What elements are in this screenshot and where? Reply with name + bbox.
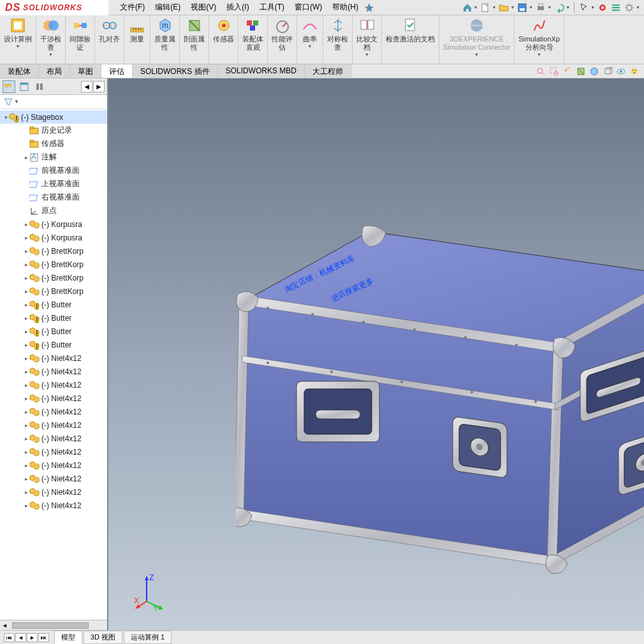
3dexp-drop[interactable]: ▼ xyxy=(474,52,479,57)
new-drop[interactable]: ▼ xyxy=(492,5,496,10)
cmdtab-装配体[interactable]: 装配体 xyxy=(0,64,39,78)
ribbon-clearance-verify[interactable]: 间隙验证 xyxy=(66,15,95,64)
caret-icon[interactable]: ▾ xyxy=(3,114,9,121)
caret-icon[interactable]: ▸ xyxy=(23,235,29,241)
caret-icon[interactable]: ▸ xyxy=(23,382,29,388)
tree-item[interactable]: ▸(-) BrettKorp xyxy=(0,271,107,284)
caret-icon[interactable]: ▸ xyxy=(23,449,29,455)
tree-item[interactable]: ▸!(-) Butter xyxy=(0,298,107,311)
caret-icon[interactable]: ▸ xyxy=(23,275,29,281)
ribbon-interference-check[interactable]: 干涉检查▼ xyxy=(36,15,66,64)
fm-filter-bar[interactable]: ▼ xyxy=(0,95,107,109)
tree-item[interactable]: ▸(-) Niet4x12 xyxy=(0,378,107,392)
cmdtab-大工程师[interactable]: 大工程师 xyxy=(305,64,351,78)
menu-view[interactable]: 视图(V) xyxy=(186,0,221,15)
ribbon-perf-eval[interactable]: 性能评估 xyxy=(268,15,297,64)
caret-icon[interactable]: ▸ xyxy=(23,462,29,469)
display-style-icon[interactable] xyxy=(602,66,613,77)
tree-item[interactable]: ▸A注解 xyxy=(0,150,107,164)
tree-item[interactable]: ▸(-) Niet4x12 xyxy=(0,432,107,445)
interference-check-drop[interactable]: ▼ xyxy=(48,52,53,57)
settings-icon[interactable] xyxy=(624,2,635,13)
ribbon-section-props[interactable]: 剖面属性 xyxy=(180,15,209,64)
tree-item[interactable]: ▸(-) Korpusra xyxy=(0,217,107,231)
select-icon[interactable] xyxy=(578,2,590,13)
prev-view-icon[interactable] xyxy=(562,66,573,77)
rebuild-icon[interactable] xyxy=(597,2,608,13)
view-orient-icon[interactable] xyxy=(589,66,600,77)
ribbon-measure[interactable]: 测量 xyxy=(124,15,150,64)
filter-drop-icon[interactable]: ▼ xyxy=(14,99,19,105)
caret-icon[interactable]: ▸ xyxy=(23,154,29,161)
tree-item[interactable]: ▸(-) Niet4x12 xyxy=(0,351,107,365)
menu-help[interactable]: 帮助(H) xyxy=(327,0,363,15)
fm-tab-tree[interactable] xyxy=(3,80,15,93)
tree-item[interactable]: ▸(-) BrettKorp xyxy=(0,284,107,298)
caret-icon[interactable]: ▸ xyxy=(23,422,29,428)
tree-item[interactable]: ▸(-) BrettKorp xyxy=(0,244,107,258)
undo-icon[interactable] xyxy=(553,2,565,13)
tree-item[interactable]: ▸(-) Niet4x12 xyxy=(0,485,107,499)
caret-icon[interactable]: ▸ xyxy=(23,221,29,228)
caret-icon[interactable]: ▸ xyxy=(23,489,29,495)
nav-prev[interactable]: ◄ xyxy=(15,633,26,642)
tree-item[interactable]: 传感器 xyxy=(0,137,107,150)
ribbon-sym-check[interactable]: 对称检查 xyxy=(323,15,353,64)
open-icon[interactable] xyxy=(498,2,509,13)
curvature-drop[interactable]: ▼ xyxy=(308,44,312,48)
ribbon-hole-align[interactable]: 孔对齐 xyxy=(95,15,124,64)
nav-next[interactable]: ► xyxy=(27,633,38,642)
menu-insert[interactable]: 插入(I) xyxy=(221,0,254,15)
tree-item[interactable]: ▸(-) Niet4x12 xyxy=(0,472,107,485)
caret-icon[interactable]: ▸ xyxy=(23,248,29,254)
tree-item[interactable]: ▸(-) Niet4x12 xyxy=(0,365,107,378)
caret-icon[interactable]: ▸ xyxy=(23,435,29,442)
ribbon-check-active[interactable]: 检查激活的文档 xyxy=(382,15,439,64)
open-drop[interactable]: ▼ xyxy=(510,5,515,10)
scroll-left[interactable]: ◄ xyxy=(0,622,10,629)
tree-item[interactable]: 右视基准面 xyxy=(0,191,107,204)
cmdtab-草图[interactable]: 草图 xyxy=(70,64,101,78)
menu-tools[interactable]: 工具(T) xyxy=(254,0,289,15)
home-drop[interactable]: ▼ xyxy=(474,5,478,10)
tree-item[interactable]: ▸(-) Niet4x12 xyxy=(0,458,107,472)
undo-drop[interactable]: ▼ xyxy=(566,5,570,10)
tree-item[interactable]: ▸!(-) Butter xyxy=(0,311,107,325)
compare-docs-drop[interactable]: ▼ xyxy=(365,52,369,57)
tree-item[interactable]: ▸(-) Niet4x12 xyxy=(0,392,107,405)
caret-icon[interactable]: ▸ xyxy=(23,369,29,375)
simxpress-drop[interactable]: ▼ xyxy=(537,52,541,57)
ribbon-assy-visual[interactable]: 装配体直观 xyxy=(238,15,268,64)
save-drop[interactable]: ▼ xyxy=(529,5,533,10)
fm-tab-config[interactable] xyxy=(33,80,46,93)
tree-item[interactable]: 原点 xyxy=(0,204,107,217)
nav-first[interactable]: ⏮ xyxy=(4,633,15,642)
caret-icon[interactable]: ▸ xyxy=(23,328,29,335)
bottom-tab-model[interactable]: 模型 xyxy=(54,631,82,644)
cmdtab-布局[interactable]: 布局 xyxy=(39,64,70,78)
caret-icon[interactable]: ▸ xyxy=(23,288,29,295)
caret-icon[interactable]: ▸ xyxy=(23,342,29,348)
pin-icon[interactable] xyxy=(363,2,375,13)
settings-drop[interactable]: ▼ xyxy=(636,5,640,10)
tree-item[interactable]: ▸(-) Niet4x12 xyxy=(0,499,107,512)
zoom-area-icon[interactable] xyxy=(548,66,560,77)
section-view-icon[interactable] xyxy=(575,66,587,77)
tree-item[interactable]: ▸(-) Niet4x12 xyxy=(0,405,107,418)
menu-file[interactable]: 文件(F) xyxy=(115,0,150,15)
ribbon-mass-props[interactable]: m质量属性 xyxy=(150,15,180,64)
graphics-viewport[interactable]: 淘宝店铺：机械资料库 进店搜索更多 Z X Y xyxy=(108,78,644,630)
fm-tab-property[interactable] xyxy=(18,80,31,93)
ribbon-design-example[interactable]: 设计算例▼ xyxy=(0,15,36,64)
ribbon-curvature[interactable]: 曲率▼ xyxy=(297,15,323,64)
tree-root[interactable]: ▾!(-) Stagebox xyxy=(0,110,107,124)
tree-item[interactable]: 前视基准面 xyxy=(0,164,107,177)
scroll-thumb[interactable] xyxy=(12,622,89,629)
caret-icon[interactable]: ▸ xyxy=(23,409,29,415)
nav-last[interactable]: ⏭ xyxy=(38,633,49,642)
caret-icon[interactable]: ▸ xyxy=(23,476,29,482)
home-icon[interactable] xyxy=(462,2,473,13)
design-example-drop[interactable]: ▼ xyxy=(16,44,20,48)
save-icon[interactable] xyxy=(516,2,528,13)
tree-item[interactable]: ▸(-) BrettKorp xyxy=(0,258,107,271)
